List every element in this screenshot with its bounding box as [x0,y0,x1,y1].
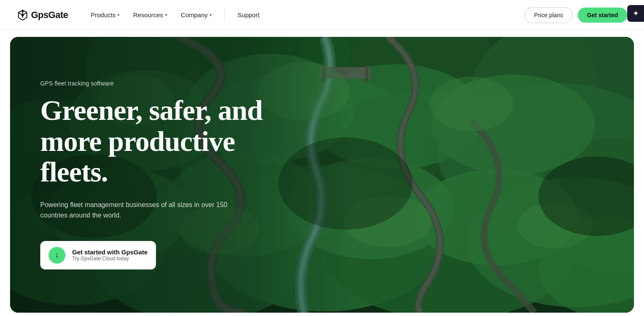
logo-icon [17,9,29,21]
hero-cta-sub-text: Try GpsGate Cloud today [72,256,129,262]
hero-eyebrow: GPS fleet tracking software [40,80,634,87]
logo-text: GpsGate [31,10,68,21]
navbar: GpsGate Products ▾ Resources ▾ Company ▾… [0,0,644,30]
nav-support-label: Support [237,11,260,18]
nav-resources[interactable]: Resources ▾ [127,8,173,22]
hero-cta-button[interactable]: ↓ Get started with GpsGate Try GpsGate C… [40,241,156,269]
nav-company-label: Company [181,11,208,18]
hero-cta-icon: ↓ [49,247,65,264]
floating-widget[interactable]: ✦ [627,5,644,22]
nav-resources-label: Resources [133,11,163,18]
nav-company[interactable]: Company ▾ [175,8,218,22]
hero-wrapper: GPS fleet tracking software Greener, saf… [0,30,644,313]
hero-cta-main-text: Get started with GpsGate [72,249,148,256]
download-icon: ↓ [55,251,59,259]
nav-products-label: Products [91,11,115,18]
nav-support[interactable]: Support [231,8,265,22]
nav-links: Products ▾ Resources ▾ Company ▾ Support [85,8,525,22]
hero-subtitle: Powering fleet management businesses of … [40,199,242,221]
logo[interactable]: GpsGate [17,9,68,21]
hero-title: Greener, safer, and more productive flee… [40,95,309,187]
nav-products[interactable]: Products ▾ [85,8,125,22]
widget-icon: ✦ [633,9,639,18]
nav-right: Price plans Get started [525,7,627,23]
price-plans-button[interactable]: Price plans [525,7,573,23]
hero-section: GPS fleet tracking software Greener, saf… [10,37,634,313]
hero-content: GPS fleet tracking software Greener, saf… [10,37,634,313]
svg-point-0 [21,14,24,16]
chevron-down-icon: ▾ [165,13,167,17]
get-started-button[interactable]: Get started [578,8,627,23]
chevron-down-icon: ▾ [117,13,119,17]
hero-cta-text: Get started with GpsGate Try GpsGate Clo… [72,249,148,262]
nav-divider [224,9,225,21]
chevron-down-icon: ▾ [210,13,212,17]
